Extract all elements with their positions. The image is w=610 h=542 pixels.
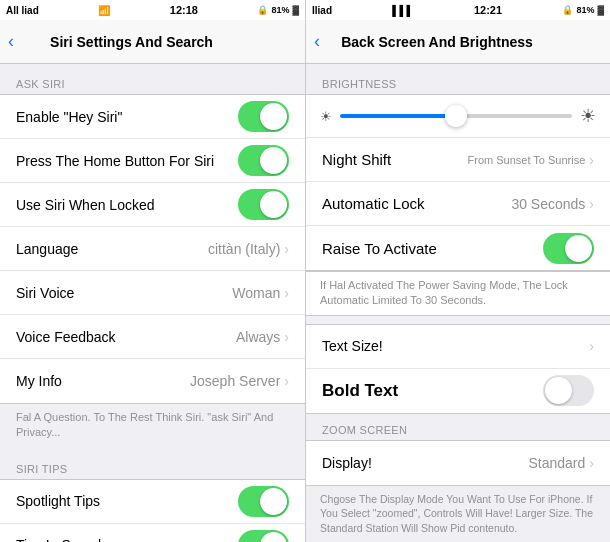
nav-bar-left: ‹ Siri Settings And Search [0, 20, 305, 64]
language-value: cittàn (Italy) [208, 241, 280, 257]
ask-siri-group: Enable "Hey Siri" Press The Home Button … [0, 94, 305, 404]
tips-in-search-toggle[interactable] [238, 530, 289, 542]
my-info-value: Joseph Server [190, 373, 280, 389]
siri-voice-chevron: › [284, 285, 289, 301]
my-info-row[interactable]: My Info Joseph Server › [0, 359, 305, 403]
tips-in-search-row[interactable]: Tips In Search [0, 524, 305, 542]
right-panel: Iliad ▌▌▌ 12:21 🔒 81% ▓ ‹ Back Screen An… [305, 0, 610, 542]
power-save-note: If Hal Activated The Power Saving Mode, … [306, 271, 610, 316]
battery-right: 81% [576, 5, 594, 15]
lock-icon-left: 🔒 [257, 5, 268, 15]
display-label: Display! [322, 455, 529, 471]
siri-tips-group: Spotlight Tips Tips In Search Lock Scree… [0, 479, 305, 542]
wifi-icon-left: 📶 [98, 5, 110, 16]
bold-text-row[interactable]: Bold Text [306, 369, 610, 413]
tips-in-search-label: Tips In Search [16, 537, 238, 542]
brightness-group: ☀ ☀ Night Shift From Sunset To Sunrise ›… [306, 94, 610, 271]
night-shift-label: Night Shift [322, 151, 468, 168]
my-info-label: My Info [16, 373, 190, 389]
language-label: Language [16, 241, 208, 257]
display-value: Standard [529, 455, 586, 471]
nav-bar-right: ‹ Back Screen And Brightness [306, 20, 610, 64]
siri-voice-row[interactable]: Siri Voice Woman › [0, 271, 305, 315]
right-scroll: BRIGHTNESS ☀ ☀ Night Shift From Sunset T… [306, 64, 610, 542]
voice-feedback-chevron: › [284, 329, 289, 345]
siri-locked-row[interactable]: Use Siri When Locked [0, 183, 305, 227]
battery-icon-left: ▓ [292, 5, 299, 15]
text-size-label: Text Size! [322, 338, 589, 354]
spotlight-tips-label: Spotlight Tips [16, 493, 238, 509]
brightness-high-icon: ☀ [580, 105, 596, 127]
status-bar-left: All liad 📶 12:18 🔒 81% ▓ [0, 0, 305, 20]
press-home-label: Press The Home Button For Siri [16, 153, 238, 169]
raise-activate-label: Raise To Activate [322, 240, 543, 257]
siri-locked-label: Use Siri When Locked [16, 197, 238, 213]
ask-siri-desc: Fal A Question. To The Rest Think Siri. … [0, 404, 305, 449]
night-shift-value: From Sunset To Sunrise [468, 154, 586, 166]
siri-voice-label: Siri Voice [16, 285, 232, 301]
raise-activate-row[interactable]: Raise To Activate [306, 226, 610, 270]
brightness-slider[interactable] [340, 114, 572, 118]
brightness-low-icon: ☀ [320, 109, 332, 124]
brightness-header: BRIGHTNESS [306, 64, 610, 94]
siri-voice-value: Woman [232, 285, 280, 301]
siri-tips-header: SIRI TIPS [0, 449, 305, 479]
display-chevron: › [589, 455, 594, 471]
bold-text-toggle[interactable] [543, 375, 594, 406]
night-shift-row[interactable]: Night Shift From Sunset To Sunrise › [306, 138, 610, 182]
press-home-toggle[interactable] [238, 145, 289, 176]
status-bar-right: Iliad ▌▌▌ 12:21 🔒 81% ▓ [306, 0, 610, 20]
text-size-group: Text Size! › Bold Text [306, 324, 610, 414]
voice-feedback-row[interactable]: Voice Feedback Always › [0, 315, 305, 359]
signal-icon-right: ▌▌▌ [392, 5, 413, 16]
enable-hey-siri-label: Enable "Hey Siri" [16, 109, 238, 125]
my-info-chevron: › [284, 373, 289, 389]
auto-lock-label: Automatic Lock [322, 195, 511, 212]
language-chevron: › [284, 241, 289, 257]
battery-icon-right: ▓ [597, 5, 604, 15]
zoom-group: Display! Standard › [306, 440, 610, 486]
auto-lock-value: 30 Seconds [511, 196, 585, 212]
carrier-right: Iliad [312, 5, 332, 16]
enable-hey-siri-row[interactable]: Enable "Hey Siri" [0, 95, 305, 139]
language-row[interactable]: Language cittàn (Italy) › [0, 227, 305, 271]
voice-feedback-label: Voice Feedback [16, 329, 236, 345]
zoom-screen-header: ZOOM SCREEN [306, 414, 610, 440]
right-icons-right: 🔒 81% ▓ [562, 5, 604, 15]
spotlight-tips-toggle[interactable] [238, 486, 289, 517]
auto-lock-chevron: › [589, 196, 594, 212]
battery-left: 81% [271, 5, 289, 15]
spotlight-tips-row[interactable]: Spotlight Tips [0, 480, 305, 524]
voice-feedback-value: Always [236, 329, 280, 345]
lock-icon-right: 🔒 [562, 5, 573, 15]
text-size-chevron: › [589, 338, 594, 354]
enable-hey-siri-toggle[interactable] [238, 101, 289, 132]
right-icons-left: 🔒 81% ▓ [257, 5, 299, 15]
bold-text-label: Bold Text [322, 381, 543, 401]
text-size-row[interactable]: Text Size! › [306, 325, 610, 369]
brightness-row[interactable]: ☀ ☀ [306, 95, 610, 138]
time-right: 12:21 [474, 4, 502, 16]
press-home-row[interactable]: Press The Home Button For Siri [0, 139, 305, 183]
auto-lock-row[interactable]: Automatic Lock 30 Seconds › [306, 182, 610, 226]
left-scroll: ASK SIRI Enable "Hey Siri" Press The Hom… [0, 64, 305, 542]
siri-locked-toggle[interactable] [238, 189, 289, 220]
time-left: 12:18 [170, 4, 198, 16]
right-bottom-note: Chgose The Display Mode You Want To Use … [306, 486, 610, 540]
raise-activate-toggle[interactable] [543, 233, 594, 264]
left-panel: All liad 📶 12:18 🔒 81% ▓ ‹ Siri Settings… [0, 0, 305, 542]
nav-title-right: Back Screen And Brightness [305, 34, 602, 50]
ask-siri-header: ASK SIRI [0, 64, 305, 94]
night-shift-chevron: › [589, 152, 594, 168]
display-row[interactable]: Display! Standard › [306, 441, 610, 485]
brightness-thumb [445, 105, 467, 127]
nav-title-left: Siri Settings And Search [0, 34, 297, 50]
carrier-left: All liad [6, 5, 39, 16]
